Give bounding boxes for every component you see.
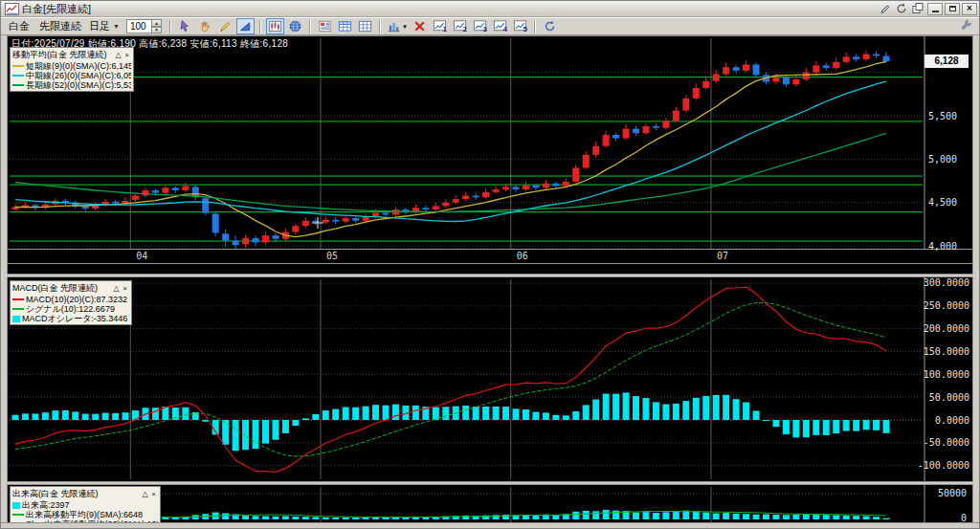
timeframe-dropdown[interactable]: 日足 ▼ [89,19,120,33]
window-bottom-edge [1,522,979,529]
reload-button[interactable] [541,18,559,34]
maximize-button[interactable] [945,3,960,15]
svg-text:-50.0000: -50.0000 [924,437,969,448]
news-button[interactable] [316,18,334,34]
price-gridlines [10,73,923,246]
chart-preset-1-button[interactable]: 1 [431,18,449,34]
legend-close-icon[interactable]: × [149,490,158,498]
osc-swatch [12,316,20,322]
ma-short-swatch [12,65,24,67]
spinner-down-icon[interactable]: ▼ [151,27,162,34]
preset-number: 3 [482,26,486,33]
macd-line-swatch [12,298,24,300]
chart-preset-3-button[interactable]: 3 [471,18,489,34]
price-axis-labels: 5,5005,0004,5004,000 [928,111,957,252]
bar-count-spinner[interactable]: 100 ▲ ▼ [126,19,162,33]
current-price-badge: 6,128 [924,55,969,68]
timeframe-label: 日足 [89,19,110,33]
bar-count-value[interactable]: 100 [126,19,151,33]
table-icon [338,19,352,33]
web-button[interactable] [286,18,304,34]
hand-tool-button[interactable] [196,18,214,34]
svg-text:150.0000: 150.0000 [924,346,969,357]
toolbar-separator [309,20,311,33]
svg-text:50.0000: 50.0000 [929,392,969,403]
ma-mid-label: 中期線(26)(0)(SMA)(C):6,056 [26,71,131,80]
svg-text:4,000: 4,000 [928,241,957,252]
macd-legend-row: MACDオシレータ:-35.3446 [12,314,129,323]
grid-view-button[interactable] [356,18,374,34]
legend-close-icon[interactable]: × [122,51,131,59]
globe-icon [288,19,302,33]
settings-wrench-button[interactable] [957,18,975,34]
delete-drawings-button[interactable] [411,18,429,34]
svg-text:100.0000: 100.0000 [924,369,969,380]
ma-mid-swatch [12,75,24,77]
ma_long-line [15,133,886,211]
ma-short-label: 短期線(9)(0)(SMA)(C):6,145 [26,61,131,71]
chart-settings-button[interactable] [266,18,284,34]
macd-panel: 300.0000250.0000200.0000150.0000100.0000… [7,276,973,482]
cursor-tool-button[interactable] [176,18,194,34]
volume-legend-title: 出来高(白金 先限連続) [12,488,141,500]
macd-legend-row: シグナル(10):122.6679 [12,304,129,314]
main-chart-canvas[interactable]: 040506075,5005,0004,5004,000 [8,36,972,274]
crosshair-cursor [312,217,323,229]
table-view-button[interactable] [336,18,354,34]
legend-collapse-icon[interactable]: △ [141,490,149,498]
window-refresh-icon[interactable] [894,3,909,15]
toolbar-separator [169,20,171,33]
ma-legend[interactable]: 移動平均(白金 先限連続) △ × 短期線(9)(0)(SMA)(C):6,14… [10,47,134,92]
bar-chart-icon [387,19,401,33]
svg-text:50000: 50000 [938,488,967,498]
legend-close-icon[interactable]: × [121,284,129,293]
osc-label: MACDオシレータ:-35.3446 [22,314,127,323]
close-button[interactable]: × [962,3,977,15]
ma-legend-title: 移動平均(白金 先限連続) [12,49,114,61]
main-chart-panel: 040506075,5005,0004,5004,000 日付:2025/07/… [7,35,973,275]
volume-swatch [12,502,20,509]
svg-text:04: 04 [136,251,147,261]
spinner-up-icon[interactable]: ▲ [151,19,162,27]
chart-preset-4-button[interactable]: 4 [491,18,509,34]
trendline-tool-button[interactable] [236,18,255,34]
delete-x-icon [412,19,427,33]
grid-icon [358,19,372,33]
ma_short-line [15,62,886,237]
signal-line-label: シグナル(10):122.6679 [26,304,115,314]
annotate-pen-icon[interactable] [878,3,893,15]
month-gridlines [130,279,711,479]
macd-line [15,287,886,472]
macd-gridlines [10,283,923,466]
volume-ma-swatch [12,514,24,516]
macd-legend-title: MACD(白金 先限連続) [12,282,112,295]
volume-ma-label: 出来高移動平均(9)(SMA):6648 [26,510,143,519]
toolbar-separator [379,20,381,33]
window-title: 白金[先限連続] [22,2,91,16]
ma_mid-line [15,81,886,221]
chart-type-button[interactable]: ▼ [386,18,409,34]
draw-tool-button[interactable] [216,18,234,34]
month-axis-labels: 04050607 [136,251,728,261]
window-chart-icon [5,3,19,15]
hand-icon [198,19,212,33]
svg-text:0.0000: 0.0000 [935,415,969,426]
cursor-icon [178,19,192,33]
legend-collapse-icon[interactable]: △ [112,284,121,293]
svg-text:5,500: 5,500 [928,111,957,121]
legend-collapse-icon[interactable]: △ [114,51,122,59]
macd-canvas[interactable]: 300.0000250.0000200.0000150.0000100.0000… [8,277,972,481]
wrench-icon [959,19,973,33]
macd-line-label: MACD(10)(20)(C):87.3232 [26,295,127,304]
macd-legend[interactable]: MACD(白金 先限連続) △ × MACD(10)(20)(C):87.323… [10,280,132,325]
chart-preset-5-button[interactable]: 5 [511,18,529,34]
chevron-down-icon: ▼ [402,24,408,30]
minimize-button[interactable] [927,3,943,15]
svg-text:05: 05 [326,251,338,261]
ma-long-swatch [12,84,24,86]
chart-preset-2-button[interactable]: 2 [451,18,469,34]
volume-legend-row: 出来高:2397 [12,500,158,510]
ma-legend-row: 長期線(52)(0)(SMA)(C):5,532 [12,80,131,90]
svg-text:4,500: 4,500 [928,197,957,208]
copy-window-icon[interactable] [910,3,925,15]
